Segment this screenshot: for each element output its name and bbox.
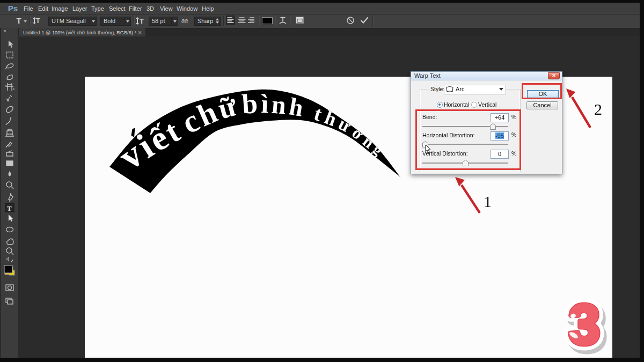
svg-text:T: T [140,17,144,25]
svg-text:T: T [7,204,12,212]
svg-text:»: » [4,28,6,33]
svg-text:T: T [36,17,40,25]
